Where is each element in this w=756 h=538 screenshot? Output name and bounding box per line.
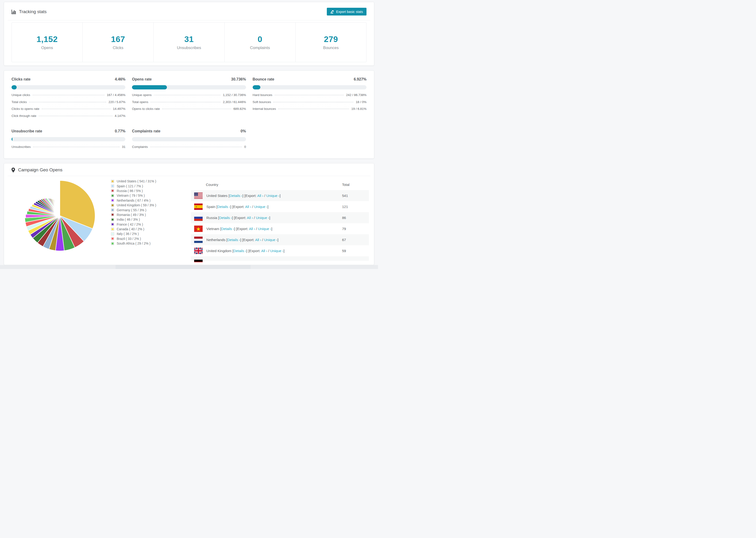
rate-detail-value: 689.82% <box>233 107 246 111</box>
export-basic-stats-button[interactable]: Export basic stats <box>327 8 366 16</box>
legend-label: India ( 46 / 3% ) <box>117 218 140 221</box>
rate-detail-value: 0 <box>244 145 246 149</box>
legend-swatch <box>111 208 114 211</box>
rate-detail-label: Unsubscribes <box>12 145 31 149</box>
legend-label: South Africa ( 29 / 2% ) <box>117 242 150 245</box>
stat-value: 279 <box>324 34 338 44</box>
export-unique-link[interactable]: Unique › <box>270 249 284 253</box>
rate-head: Opens rate 30.736% <box>132 77 246 81</box>
export-unique-link[interactable]: Unique › <box>258 227 271 231</box>
tracking-stats-title-row: Tracking stats <box>12 9 47 14</box>
flag-icon-vn <box>194 226 203 232</box>
rate-value: 0% <box>241 129 246 133</box>
legend-swatch <box>111 199 114 202</box>
export-unique-link[interactable]: Unique › <box>256 216 269 220</box>
stat-value: 0 <box>257 34 262 44</box>
geo-table-row-gb: United Kingdom [Details ›] [Export: All … <box>191 245 369 256</box>
rate-detail-value: 19 / 6.81% <box>351 107 366 111</box>
geo-table-row-us: United States [Details ›] [Export: All ›… <box>191 190 369 201</box>
rate-value: 30.736% <box>231 77 246 81</box>
rate-detail-value: 167 / 4.456% <box>107 93 126 97</box>
legend-item-germany: Germany ( 55 / 3% ) <box>111 207 189 212</box>
legend-swatch <box>111 232 114 236</box>
legend-swatch <box>111 228 114 231</box>
details-link[interactable]: Details › <box>233 249 246 253</box>
rate-detail-value: 14.497% <box>113 107 125 111</box>
country-cell: United Kingdom [Details ›] [Export: All … <box>206 249 342 253</box>
rate-detail-value: 242 / 86.738% <box>346 93 366 97</box>
legend-swatch <box>111 194 114 197</box>
geo-opens-header: Campaign Geo Opens <box>8 163 370 176</box>
dotted-leader <box>275 95 344 95</box>
geo-table-header: Country Total <box>191 179 369 190</box>
legend-item-united-kingdom: United Kingdom ( 59 / 3% ) <box>111 203 189 207</box>
rate-detail-row: Clicks to opens rate 14.497% <box>12 105 125 112</box>
stat-value: 31 <box>184 34 194 44</box>
flag-icon-nl <box>194 237 203 243</box>
rate-detail-label: Complaints <box>132 145 148 149</box>
rate-detail-row: Unsubscribes 31 <box>12 143 125 150</box>
legend-swatch <box>111 204 114 207</box>
rate-detail-row: Opens to clicks rate 689.82% <box>132 105 246 112</box>
country-cell: Russia [Details ›] [Export: All › / Uniq… <box>206 216 342 220</box>
total-column-header: Total <box>342 183 365 187</box>
legend-label: Russia ( 86 / 5% ) <box>117 189 143 193</box>
geo-opens-table: Country Total United States [Details ›] … <box>191 179 369 261</box>
export-all-link[interactable]: All › <box>261 249 267 253</box>
export-all-link[interactable]: All › <box>255 238 261 242</box>
stat-label: Clicks <box>113 45 123 50</box>
bar-chart-icon <box>12 9 16 14</box>
geo-opens-pie-chart <box>22 178 98 253</box>
total-cell: 86 <box>342 216 365 220</box>
details-link[interactable]: Details › <box>217 205 230 209</box>
campaign-geo-opens-card: Campaign Geo Opens United States ( 541 /… <box>4 163 374 265</box>
legend-label: Spain ( 121 / 7% ) <box>117 184 143 188</box>
dotted-leader <box>42 109 111 109</box>
details-link[interactable]: Details › <box>229 194 242 198</box>
rate-detail-row: Complaints 0 <box>132 143 246 150</box>
rate-detail-label: Total opens <box>132 100 148 104</box>
export-unique-link[interactable]: Unique › <box>254 205 267 209</box>
legend-label: Brazil ( 33 / 2% ) <box>117 237 141 241</box>
dotted-leader <box>278 109 349 109</box>
rate-value: 4.46% <box>115 77 125 81</box>
rate-panel-bounce-rate: Bounce rate 6.927% Hard bounces 242 / 86… <box>253 77 366 119</box>
rate-detail-label: Soft bounces <box>253 100 271 104</box>
dotted-leader <box>33 95 104 95</box>
stat-label: Opens <box>41 45 53 50</box>
legend-item-vietnam: Vietnam ( 79 / 5% ) <box>111 193 189 198</box>
dotted-leader <box>150 147 242 147</box>
legend-swatch <box>111 218 114 221</box>
rate-detail-row: Internal bounces 19 / 6.81% <box>253 105 366 112</box>
export-all-link[interactable]: All › <box>249 227 255 231</box>
legend-item-canada: Canada ( 40 / 2% ) <box>111 227 189 232</box>
total-cell: 541 <box>342 194 365 198</box>
export-all-link[interactable]: All › <box>247 216 253 220</box>
legend-item-south-africa: South Africa ( 29 / 2% ) <box>111 241 189 246</box>
details-link[interactable]: Details › <box>221 227 234 231</box>
legend-swatch <box>111 180 114 183</box>
page-background-strip <box>0 265 378 269</box>
legend-item-france: France ( 42 / 2% ) <box>111 222 189 227</box>
legend-label: Romania ( 49 / 3% ) <box>117 213 146 217</box>
details-link[interactable]: Details › <box>227 238 240 242</box>
dotted-leader <box>162 109 231 109</box>
export-unique-link[interactable]: Unique › <box>264 238 278 242</box>
rate-detail-value: 31 <box>122 145 125 149</box>
export-all-link[interactable]: All › <box>245 205 251 209</box>
legend-swatch <box>111 237 114 240</box>
rate-value: 0.77% <box>115 129 125 133</box>
stat-cell-unsubscribes: 31 Unsubscribes <box>153 23 225 62</box>
export-all-link[interactable]: All › <box>257 194 263 198</box>
rate-detail-label: Internal bounces <box>253 107 276 111</box>
flag-icon-ru <box>194 215 203 221</box>
rate-detail-label: Hard bounces <box>253 93 272 97</box>
export-unique-link[interactable]: Unique › <box>266 194 280 198</box>
details-link[interactable]: Details › <box>219 216 232 220</box>
country-cell: United States [Details ›] [Export: All ›… <box>206 194 342 198</box>
legend-item-romania: Romania ( 49 / 3% ) <box>111 212 189 217</box>
export-icon <box>330 10 334 14</box>
rates-card: Clicks rate 4.46% Unique clicks 167 / 4.… <box>4 71 374 159</box>
rate-detail-row: Click through rate 4.147% <box>12 112 125 120</box>
dotted-leader <box>33 147 120 147</box>
